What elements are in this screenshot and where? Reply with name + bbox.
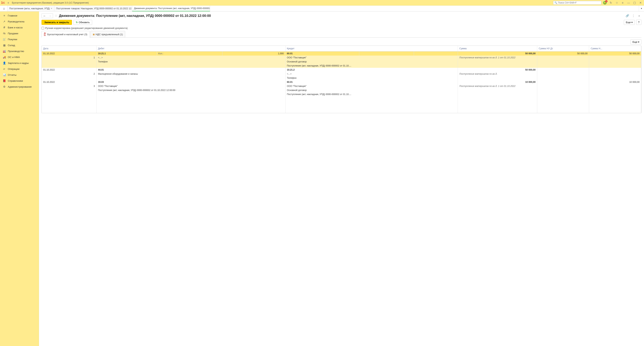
tab-0[interactable]: Поступление (акты, накладные, УПД)× xyxy=(8,5,54,11)
notification-icon[interactable]: 🔔2 xyxy=(602,0,607,5)
manual-correction-label: Ручная корректировка (разрешает редактир… xyxy=(45,27,128,29)
home-tab[interactable]: ⌂ xyxy=(1,5,8,11)
production-icon: 🏭 xyxy=(2,49,6,53)
bank-icon: ₽ xyxy=(2,26,6,29)
subtab-accounting[interactable]: ДтКтБухгалтерский и налоговый учет (3) xyxy=(42,31,90,38)
table-row[interactable]: 2 Малоценное оборудование и запасы <...>… xyxy=(42,72,641,76)
col-debit[interactable]: Дебет xyxy=(96,46,285,51)
gear-icon: ⚙ xyxy=(2,85,6,88)
manager-icon: ↗ xyxy=(2,20,6,23)
sidebar-item-references[interactable]: 📕Справочники xyxy=(0,78,39,84)
sidebar-item-purchases[interactable]: 🛒Покупки xyxy=(0,36,39,42)
sidebar: ≡Главное ↗Руководителю ₽Банк и касса 🛍Пр… xyxy=(0,11,39,346)
maximize-icon[interactable]: ▢ xyxy=(632,0,637,5)
nav-back-button[interactable]: ← xyxy=(42,13,47,18)
table-row[interactable]: 01.10.2022 44.01 10.21.2 50 000,00 xyxy=(42,68,641,72)
sales-icon: 🛍 xyxy=(2,32,6,35)
person-icon: 👤 xyxy=(2,61,6,65)
table-row[interactable]: 01.10.2022 19.03 60.01 10 000,00 10 000,… xyxy=(42,80,641,84)
history-icon[interactable]: ↻ xyxy=(608,0,613,5)
titlebar: 1⊂ ≡ Бухгалтерия предприятия (базовая), … xyxy=(0,0,644,5)
search-icon: 🔍 xyxy=(554,1,557,4)
sidebar-item-operations[interactable]: ДтОперации xyxy=(0,66,39,72)
warehouse-icon: ▦ xyxy=(2,43,6,47)
menu-dots-icon[interactable]: ⋮ xyxy=(631,13,636,18)
tab-2[interactable]: Движения документа: Поступление (акт, на… xyxy=(132,5,210,11)
col-sum[interactable]: Сумма xyxy=(458,46,537,51)
app-title: Бухгалтерия предприятия (базовая), редак… xyxy=(12,1,89,4)
search-box[interactable]: 🔍 xyxy=(553,1,601,5)
sidebar-item-sales[interactable]: 🛍Продажи xyxy=(0,30,39,36)
document-icon: ▤ xyxy=(93,33,94,35)
minimize-icon[interactable]: — xyxy=(626,0,631,5)
sidebar-item-production[interactable]: 🏭Производство xyxy=(0,48,39,54)
sidebar-item-hr[interactable]: 👤Зарплата и кадры xyxy=(0,60,39,66)
purchases-icon: 🛒 xyxy=(2,38,6,41)
nav-forward-button[interactable]: → xyxy=(47,13,53,18)
close-icon[interactable]: ✕ xyxy=(638,0,643,5)
table-spacer xyxy=(42,96,641,113)
page-title: Движения документа: Поступление (акт, на… xyxy=(59,14,624,18)
sidebar-item-admin[interactable]: ⚙Администрирование xyxy=(0,84,39,90)
sidebar-item-reports[interactable]: 📊Отчеты xyxy=(0,72,39,78)
refresh-button[interactable]: ↻Обновить xyxy=(74,20,92,25)
sidebar-item-warehouse[interactable]: ▦Склад xyxy=(0,42,39,48)
close-panel-icon[interactable]: × xyxy=(637,13,642,18)
link-icon[interactable]: 🔗 xyxy=(625,13,630,18)
col-sum-nu-kt[interactable]: Сумма Н... xyxy=(589,46,641,51)
tab-1[interactable]: Поступление товаров: Накладная, УПД 0000… xyxy=(54,5,132,11)
nav-buttons: ← → xyxy=(42,13,53,18)
home-icon: ≡ xyxy=(2,14,6,17)
table-row[interactable]: 01.10.2022 10.21.1 Кол.: 1,000 60.01 50 … xyxy=(42,51,641,56)
table-row[interactable]: 1 <...> ООО "Поставщик" Поступление мате… xyxy=(42,55,641,60)
hamburger-icon[interactable]: ≡ xyxy=(6,0,11,5)
subtab-vat[interactable]: ▤НДС предъявленный (1) xyxy=(90,31,125,37)
sidebar-item-bank[interactable]: ₽Банк и касса xyxy=(0,24,39,30)
save-close-button[interactable]: Записать и закрыть xyxy=(42,20,72,25)
favorite-icon[interactable]: ☆ xyxy=(614,0,619,5)
table-row[interactable]: 3 ООО "Поставщик" ООО "Поставщик" Поступ… xyxy=(42,84,641,88)
truck-icon: 🚚 xyxy=(2,55,6,59)
logo-1c: 1⊂ xyxy=(1,1,5,4)
sidebar-item-assets[interactable]: 🚚ОС и НМА xyxy=(0,54,39,60)
sidebar-item-manager[interactable]: ↗Руководителю xyxy=(0,18,39,24)
filter-icon[interactable]: ≡ xyxy=(620,0,625,5)
col-credit[interactable]: Кредит xyxy=(285,46,458,51)
postings-table[interactable]: Дата Дебет Кредит Сумма Сумма НУ Дт Сумм… xyxy=(42,45,642,113)
sidebar-item-main[interactable]: ≡Главное xyxy=(0,12,39,18)
more-button[interactable]: Еще ▾ xyxy=(624,20,635,25)
dtkt-icon: ДтКт xyxy=(44,32,46,36)
help-button[interactable]: ? xyxy=(636,20,642,25)
tabs-more-icon[interactable]: ▾ xyxy=(639,5,644,11)
content: ← → ☆ Движения документа: Поступление (а… xyxy=(39,11,644,346)
search-input[interactable] xyxy=(558,1,600,4)
tab-close-icon[interactable]: × xyxy=(51,7,52,10)
tabs-bar: ⌂ Поступление (акты, накладные, УПД)× По… xyxy=(0,5,644,11)
book-icon: 📕 xyxy=(2,79,6,82)
chart-icon: 📊 xyxy=(2,73,6,76)
notif-badge: 2 xyxy=(605,0,608,2)
col-date[interactable]: Дата xyxy=(42,46,96,51)
table-header-row: Дата Дебет Кредит Сумма Сумма НУ Дт Сумм… xyxy=(42,46,641,51)
refresh-icon: ↻ xyxy=(76,21,78,24)
star-icon[interactable]: ☆ xyxy=(54,14,58,18)
dtkt-icon: Дт xyxy=(2,67,6,70)
col-sum-nu-dt[interactable]: Сумма НУ Дт xyxy=(537,46,589,51)
manual-correction-checkbox[interactable] xyxy=(42,27,44,29)
table-more-button[interactable]: Еще ▾ xyxy=(630,39,642,44)
